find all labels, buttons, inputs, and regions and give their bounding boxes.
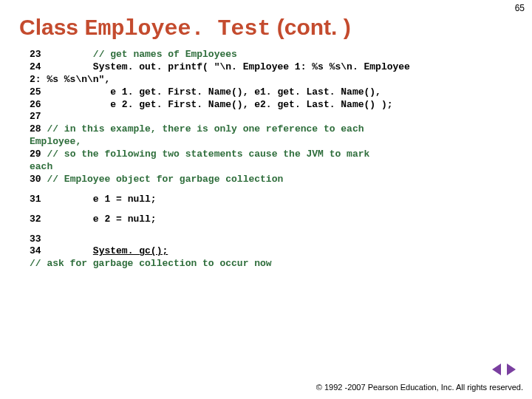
code-listing: 23 // get names of Employees 24 System. …: [0, 49, 532, 270]
comment: // in this example, there is only one re…: [47, 123, 364, 134]
line-num: 26: [30, 99, 41, 110]
line-num: 30: [30, 174, 41, 185]
title-suffix: (cont. ): [270, 15, 350, 39]
line-num: 32: [30, 214, 41, 225]
line-num: 34: [30, 245, 41, 256]
line-num: 31: [30, 194, 41, 205]
comment: // Employee object for garbage collectio…: [47, 174, 283, 185]
code-block-1: 23 // get names of Employees 24 System. …: [30, 49, 510, 186]
line-num: 24: [30, 61, 41, 72]
code-text: System. out. printf( "\n. Employee 1: %s…: [93, 61, 410, 72]
code-block-4: 33 34 System. gc(); // ask for garbage c…: [30, 233, 510, 271]
comment: Employee,: [30, 136, 81, 147]
line-num: 28: [30, 123, 41, 134]
code-text: e 1 = null;: [93, 194, 157, 205]
line-num: 23: [30, 49, 41, 60]
comment: // get names of Employees: [93, 49, 237, 60]
prev-icon[interactable]: [492, 364, 501, 375]
slide-title: Class Employee. Test (cont. ): [0, 0, 532, 49]
next-icon[interactable]: [507, 364, 516, 375]
code-text: System. gc();: [93, 245, 168, 256]
comment: // so the following two statements cause…: [47, 149, 369, 160]
code-text: e 1. get. First. Name(), e1. get. Last. …: [110, 86, 381, 98]
code-text: 2: %s %s\n\n",: [30, 74, 110, 85]
nav-controls: [491, 364, 517, 378]
code-block-2: 31 e 1 = null;: [30, 194, 510, 206]
page-number: 65: [515, 3, 525, 13]
comment: each: [30, 161, 52, 172]
code-text: e 2. get. First. Name(), e2. get. Last. …: [110, 99, 392, 110]
code-text: e 2 = null;: [93, 214, 157, 225]
copyright-footer: © 1992 -2007 Pearson Education, Inc. All…: [316, 383, 523, 392]
line-num: 25: [30, 86, 41, 98]
comment: // ask for garbage collection to occur n…: [30, 258, 272, 269]
line-num: 29: [30, 149, 41, 160]
line-num: 27: [30, 111, 41, 122]
code-block-3: 32 e 2 = null;: [30, 214, 510, 226]
line-num: 33: [30, 233, 41, 245]
title-mono: Employee. Test: [84, 16, 270, 41]
title-prefix: Class: [19, 15, 84, 39]
